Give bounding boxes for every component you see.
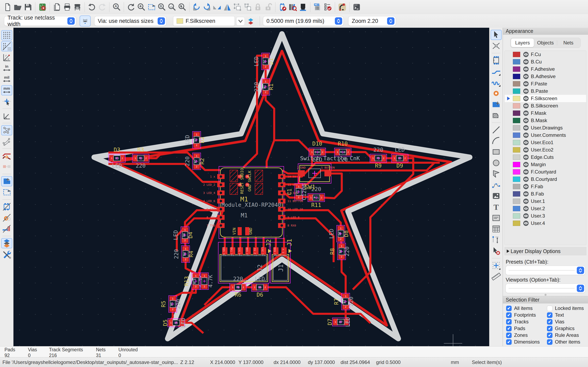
footprint-browser-button[interactable] bbox=[288, 2, 298, 12]
layer-visibility-eye-icon[interactable] bbox=[523, 162, 529, 167]
tab-objects[interactable]: Objects bbox=[534, 39, 557, 47]
checkbox-icon[interactable]: ✔ bbox=[506, 326, 512, 331]
lock-button[interactable] bbox=[253, 2, 263, 12]
layer-color-swatch[interactable] bbox=[513, 199, 520, 204]
layer-visibility-eye-icon[interactable] bbox=[523, 184, 529, 189]
layer-visibility-eye-icon[interactable] bbox=[523, 191, 529, 197]
mirror-horizontal-button[interactable] bbox=[212, 2, 222, 12]
measure-tool-button[interactable] bbox=[491, 271, 502, 282]
layer-row-F.Mask[interactable]: F.Mask bbox=[505, 109, 586, 117]
layer-row-User.Eco1[interactable]: User.Eco1 bbox=[505, 139, 586, 146]
layer-row-F.Courtyard[interactable]: F.Courtyard bbox=[505, 168, 586, 175]
layer-row-B.Silkscreen[interactable]: B.Silkscreen bbox=[505, 102, 586, 109]
draw-circle-tool-button[interactable] bbox=[491, 158, 502, 168]
place-footprint-tool-button[interactable] bbox=[491, 55, 502, 66]
draw-zone-tool-button[interactable] bbox=[491, 99, 502, 109]
appearance-manager-button[interactable] bbox=[1, 238, 12, 248]
redo-button[interactable] bbox=[97, 2, 107, 12]
zoom-to-selection-button[interactable] bbox=[177, 2, 187, 12]
filter-vias[interactable]: ✔Vias bbox=[547, 319, 564, 325]
filter-other-items[interactable]: ✔Other items bbox=[547, 339, 580, 345]
layer-row-User.3[interactable]: User.3 bbox=[505, 212, 586, 220]
zoom-fit-objects-button[interactable] bbox=[167, 2, 177, 12]
find-button[interactable]: A bbox=[112, 2, 121, 12]
refresh-button[interactable] bbox=[126, 2, 136, 12]
units-inches-button[interactable]: in bbox=[1, 63, 12, 73]
layer-row-User.4[interactable]: User.4 bbox=[505, 220, 586, 227]
zoom-fit-page-button[interactable] bbox=[157, 2, 167, 12]
polar-coordinates-button[interactable]: rθ bbox=[1, 52, 12, 62]
layer-visibility-eye-icon[interactable] bbox=[523, 81, 529, 87]
layer-visibility-eye-icon[interactable] bbox=[523, 103, 529, 109]
zone-outline-display-button[interactable] bbox=[1, 187, 12, 197]
layer-color-swatch[interactable] bbox=[513, 96, 520, 101]
layer-row-F.Paste[interactable]: F.Paste bbox=[505, 80, 586, 87]
viewports-dropdown[interactable] bbox=[506, 284, 585, 293]
filter-dimensions[interactable]: ✔Dimensions bbox=[506, 339, 540, 345]
units-mm-button[interactable]: mm bbox=[1, 85, 12, 95]
checkbox-icon[interactable]: ✔ bbox=[506, 312, 512, 318]
scripting-console-button[interactable] bbox=[352, 2, 362, 12]
tune-length-tool-button[interactable] bbox=[491, 77, 502, 87]
layer-row-User.2[interactable]: User.2 bbox=[505, 205, 586, 212]
properties-panel-button[interactable] bbox=[1, 249, 12, 259]
checkbox-icon[interactable]: ✔ bbox=[506, 339, 512, 345]
layer-color-swatch[interactable] bbox=[513, 81, 520, 86]
via-outline-mode-button[interactable] bbox=[1, 213, 12, 223]
mirror-vertical-button[interactable] bbox=[222, 2, 232, 12]
layer-visibility-eye-icon[interactable] bbox=[523, 140, 529, 145]
filter-footprints[interactable]: ✔Footprints bbox=[506, 312, 536, 318]
layer-color-swatch[interactable] bbox=[513, 221, 520, 226]
layer-color-swatch[interactable] bbox=[513, 169, 520, 175]
netlist-button[interactable]: NET bbox=[312, 2, 322, 12]
footprint-outline-mode-button[interactable] bbox=[1, 202, 12, 212]
filter-text[interactable]: ✔Text bbox=[547, 312, 564, 318]
tab-layers[interactable]: Layers bbox=[511, 39, 534, 47]
checkbox-icon[interactable]: ✔ bbox=[547, 319, 553, 325]
plot-button[interactable] bbox=[72, 2, 82, 12]
filter-locked-items[interactable]: Locked items bbox=[547, 305, 584, 311]
track-width-presets-button[interactable] bbox=[80, 16, 90, 26]
page-settings-button[interactable] bbox=[52, 2, 62, 12]
draw-arc-tool-button[interactable] bbox=[491, 136, 502, 146]
layer-color-swatch[interactable] bbox=[513, 118, 520, 123]
layer-color-swatch[interactable] bbox=[513, 206, 520, 211]
layer-visibility-eye-icon[interactable] bbox=[523, 132, 529, 138]
layer-row-Margin[interactable]: Margin bbox=[505, 161, 586, 168]
layer-visibility-eye-icon[interactable] bbox=[523, 169, 529, 175]
save-board-button[interactable] bbox=[23, 2, 33, 12]
grid-origin-tool-button[interactable] bbox=[491, 260, 502, 271]
layer-row-User.1[interactable]: User.1 bbox=[505, 198, 586, 205]
layer-color-swatch[interactable] bbox=[513, 147, 520, 152]
place-via-tool-button[interactable] bbox=[491, 88, 502, 99]
new-board-button[interactable] bbox=[3, 2, 12, 12]
layer-row-F.Fab[interactable]: F.Fab bbox=[505, 183, 586, 190]
draw-polygon-tool-button[interactable] bbox=[491, 169, 502, 179]
layer-visibility-eye-icon[interactable] bbox=[523, 66, 529, 72]
show-grid-button[interactable] bbox=[1, 30, 12, 40]
layer-color-swatch[interactable] bbox=[513, 89, 520, 94]
filter-pads[interactable]: ✔Pads bbox=[506, 325, 525, 331]
layer-color-swatch[interactable] bbox=[513, 176, 520, 182]
component-part[interactable]: 12 bbox=[200, 273, 208, 290]
stepper-icon[interactable] bbox=[158, 17, 165, 25]
layer-row-User.Eco2[interactable]: User.Eco2 bbox=[505, 146, 586, 154]
rotate-cw-button[interactable] bbox=[202, 2, 212, 12]
layer-display-options[interactable]: Layer Display Options bbox=[504, 247, 586, 255]
stepper-icon[interactable] bbox=[387, 17, 394, 25]
layer-visibility-eye-icon[interactable] bbox=[523, 59, 529, 65]
unlock-button[interactable] bbox=[263, 2, 273, 12]
layer-visibility-eye-icon[interactable] bbox=[523, 198, 529, 204]
layer-visibility-eye-icon[interactable] bbox=[523, 154, 529, 160]
curved-ratsnest-button[interactable] bbox=[1, 136, 12, 146]
panel-splitter-handle[interactable] bbox=[545, 294, 546, 296]
stepper-icon[interactable] bbox=[577, 267, 584, 274]
layer-row-B.Mask[interactable]: B.Mask bbox=[505, 117, 586, 124]
place-textbox-tool-button[interactable] bbox=[491, 213, 502, 223]
layer-color-swatch[interactable] bbox=[513, 133, 520, 138]
crosshair-cursor-button[interactable] bbox=[1, 96, 12, 106]
net-highlight-button[interactable] bbox=[1, 151, 12, 161]
layer-color-swatch[interactable] bbox=[513, 59, 520, 64]
checkbox-icon[interactable]: ✔ bbox=[547, 333, 553, 338]
layer-color-swatch[interactable] bbox=[513, 125, 520, 131]
